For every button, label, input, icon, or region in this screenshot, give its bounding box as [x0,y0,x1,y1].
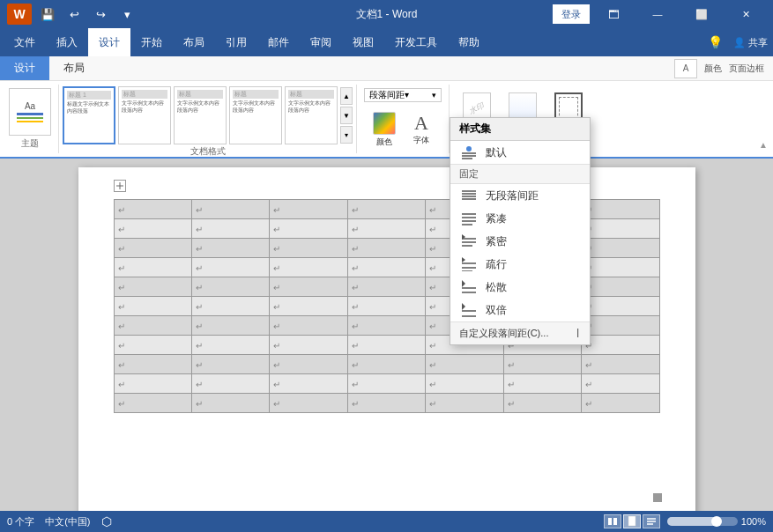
menu-item-double[interactable]: 双倍 [450,299,590,321]
table-cell[interactable]: ↵ [347,239,425,258]
table-cell[interactable]: ↵ [582,394,659,413]
tab-references[interactable]: 引用 [215,28,257,56]
table-cell[interactable]: ↵ [191,355,269,374]
table-cell[interactable]: ↵ [426,394,503,413]
table-cell[interactable]: ↵ [270,200,347,219]
table-cell[interactable]: ↵ [114,355,191,374]
table-cell[interactable]: ↵ [191,374,269,394]
para-spacing-button[interactable]: 段落间距▾ ▾ [364,88,442,102]
table-cell[interactable]: ↵ [114,219,191,239]
table-cell[interactable]: ↵ [114,336,191,355]
style-scroll-up[interactable]: ▲ [340,87,353,105]
table-cell[interactable]: ↵ [582,239,659,258]
view-read-button[interactable] [604,514,621,528]
table-cell[interactable]: ↵ [114,374,191,394]
table-cell[interactable]: ↵ [347,336,425,355]
table-cell[interactable]: ↵ [270,394,347,413]
table-cell[interactable]: ↵ [270,336,347,355]
tab-home[interactable]: 开始 [130,28,173,56]
customize-qat-button[interactable]: ▾ [116,4,138,25]
theme-button[interactable]: Aa [9,88,51,136]
table-cell[interactable]: ↵ [426,374,503,394]
tab-developer[interactable]: 开发工具 [384,28,448,56]
table-cell[interactable]: ↵ [270,355,347,374]
menu-item-relaxed[interactable]: 松散 [450,276,590,299]
table-cell[interactable]: ↵ [347,374,425,394]
page-color-button[interactable]: 颜色 [704,63,722,75]
menu-item-open[interactable]: 疏行 [450,253,590,276]
menu-item-no-spacing[interactable]: 无段落间距 [450,184,590,207]
table-cell[interactable]: ↵ [347,394,425,413]
tab-help[interactable]: 帮助 [448,28,490,56]
table-cell[interactable]: ↵ [114,258,191,277]
zoom-slider[interactable] [667,517,738,526]
table-cell[interactable]: ↵ [347,277,425,297]
style-item-1[interactable]: 标题 1 标题文字示例文本内容段落 [63,86,115,144]
login-button[interactable]: 登录 [553,4,590,24]
page-border-button[interactable]: 页面边框 [729,63,764,75]
style-scroll-down[interactable]: ▼ [340,107,353,124]
table-cell[interactable]: ↵ [191,336,269,355]
menu-item-tight[interactable]: 紧密 [450,230,590,253]
table-cell[interactable]: ↵ [582,258,659,277]
table-cell[interactable]: ↵ [114,277,191,297]
subtab-layout[interactable]: 布局 [49,56,99,80]
table-cell[interactable]: ↵ [347,200,425,219]
table-cell[interactable]: ↵ [582,374,659,394]
table-cell[interactable]: ↵ [582,200,659,219]
table-cell[interactable]: ↵ [503,355,581,374]
table-cell[interactable]: ↵ [191,277,269,297]
style-item-5[interactable]: 标题 文字示例文本内容段落内容 [285,86,338,144]
table-cell[interactable]: ↵ [503,394,581,413]
font-button[interactable]: A 字体 [405,107,438,151]
table-cell[interactable]: ↵ [270,277,347,297]
table-cell[interactable]: ↵ [582,336,659,355]
table-cell[interactable]: ↵ [270,239,347,258]
table-cell[interactable]: ↵ [114,200,191,219]
close-button[interactable]: ✕ [725,0,766,28]
table-cell[interactable]: ↵ [191,200,269,219]
style-scroll-expand[interactable]: ▾ [340,126,353,144]
table-cell[interactable]: ↵ [114,316,191,336]
table-cell[interactable]: ↵ [114,239,191,258]
table-cell[interactable]: ↵ [426,355,503,374]
ribbon-toggle-button[interactable]: 🗔 [593,0,634,28]
table-cell[interactable]: ↵ [347,219,425,239]
style-item-3[interactable]: 标题 文字示例文本内容段落内容 [174,86,227,144]
help-icon[interactable]: 💡 [702,35,728,49]
table-cell[interactable]: ↵ [191,258,269,277]
ribbon-collapse[interactable]: ▲ [755,85,771,153]
table-cell[interactable]: ↵ [347,258,425,277]
tab-review[interactable]: 审阅 [300,28,342,56]
tab-layout[interactable]: 布局 [173,28,215,56]
minimize-button[interactable]: — [637,0,678,28]
table-move-handle[interactable] [114,180,126,192]
save-qat-button[interactable]: 💾 [37,4,58,25]
undo-qat-button[interactable]: ↩ [63,4,85,25]
restore-button[interactable]: ⬜ [681,0,722,28]
table-cell[interactable]: ↵ [191,394,269,413]
view-page-button[interactable] [623,514,641,528]
table-cell[interactable]: ↵ [582,219,659,239]
subtab-design[interactable]: 设计 [0,56,49,80]
table-cell[interactable]: ↵ [191,297,269,316]
tab-design[interactable]: 设计 [88,28,130,56]
table-cell[interactable]: ↵ [347,297,425,316]
table-cell[interactable]: ↵ [191,316,269,336]
watermark-button[interactable]: A [674,59,697,78]
redo-qat-button[interactable]: ↪ [90,4,111,25]
tab-insert[interactable]: 插入 [46,28,88,56]
table-cell[interactable]: ↵ [270,316,347,336]
menu-item-custom[interactable]: 自定义段落间距(C)... | [450,321,590,344]
tab-view[interactable]: 视图 [342,28,384,56]
table-cell[interactable]: ↵ [114,297,191,316]
table-cell[interactable]: ↵ [270,297,347,316]
table-cell[interactable]: ↵ [270,258,347,277]
table-cell[interactable]: ↵ [582,277,659,297]
table-cell[interactable]: ↵ [114,394,191,413]
share-button[interactable]: 👤 共享 [728,36,773,49]
table-cell[interactable]: ↵ [270,374,347,394]
tab-mailings[interactable]: 邮件 [257,28,300,56]
tab-file[interactable]: 文件 [4,28,46,56]
table-resize-handle[interactable] [653,493,662,502]
